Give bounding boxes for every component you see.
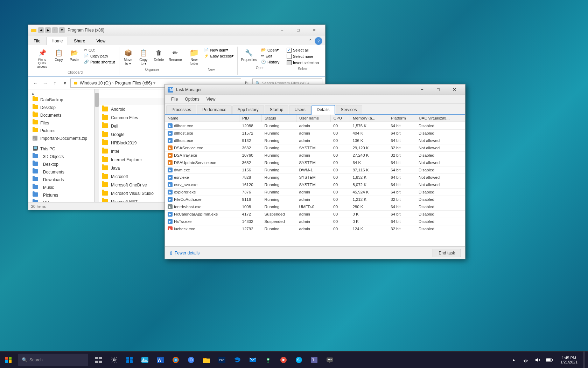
paste-button[interactable]: 📂 Paste [67, 47, 81, 62]
tray-up-arrow[interactable]: ▲ [509, 352, 519, 368]
skype-taskbar-button[interactable]: S [291, 352, 307, 368]
recent-locations-button[interactable]: ▾ [61, 79, 69, 87]
table-row[interactable]: ▶ dllhost.exe 9132 Running admin 00 136 … [165, 137, 465, 144]
maps-taskbar-button[interactable] [260, 352, 276, 368]
quick-btn-4[interactable]: ▼ [59, 27, 65, 33]
tab-users[interactable]: Users [289, 105, 310, 114]
battery-tray-icon[interactable] [544, 352, 555, 368]
chrome-taskbar-button[interactable] [183, 352, 199, 368]
copy-button[interactable]: 📋 Copy [52, 47, 66, 62]
paste-shortcut-button[interactable]: 🔗 Paste shortcut [83, 59, 116, 64]
tm-menu-file[interactable]: File [168, 96, 181, 103]
table-row[interactable]: ▶ esrv.exe 7828 Running SYSTEM 00 1,832 … [165, 174, 465, 181]
sidebar-expand-btn[interactable]: ▲ [28, 91, 94, 96]
col-cpu[interactable]: CPU [330, 115, 350, 122]
edit-button[interactable]: ✏ Edit [260, 53, 281, 59]
properties-button[interactable]: 🔧 Properties [239, 47, 258, 62]
taskbar-search[interactable]: 🔍 Search [18, 354, 88, 366]
sidebar-item-pictures2[interactable]: Pictures [28, 191, 94, 199]
terminal-taskbar-button[interactable]: PS> [214, 352, 230, 368]
feedback-taskbar-button[interactable] [322, 352, 337, 368]
table-row[interactable]: ▶ fontdrvhost.exe 1008 Running UMFD-0 00… [165, 203, 465, 211]
sidebar-item-3dobjects[interactable]: 3D Objects [28, 153, 94, 161]
tab-app-history[interactable]: App history [232, 105, 264, 114]
table-row[interactable]: ▶ dwm.exe 1156 Running DWM-1 00 87,116 K… [165, 166, 465, 174]
mail-taskbar-button[interactable] [245, 352, 260, 368]
col-username[interactable]: User name [296, 115, 331, 122]
table-row[interactable]: ▶ dllhost.exe 12088 Running admin 00 1,5… [165, 122, 465, 130]
maximize-button[interactable]: □ [290, 25, 306, 35]
help-button[interactable]: ? [315, 37, 322, 45]
settings-taskbar-button[interactable] [106, 352, 122, 368]
firefox-taskbar-button[interactable] [168, 352, 183, 368]
groove-taskbar-button[interactable] [276, 352, 291, 368]
col-pid[interactable]: PID [239, 115, 262, 122]
tm-maximize-button[interactable]: □ [430, 84, 446, 95]
tm-menu-options[interactable]: Options [181, 96, 203, 103]
tm-close-button[interactable]: ✕ [446, 84, 462, 95]
taskbar-clock[interactable]: 1:45 PM 1/21/2021 [556, 352, 582, 368]
quick-btn-2[interactable]: ▶ [45, 27, 51, 33]
quick-btn-3[interactable]: ↑ [52, 27, 58, 33]
new-item-button[interactable]: 📄 New item ▾ [203, 47, 236, 53]
end-task-button[interactable]: End task [433, 249, 461, 257]
col-uac[interactable]: UAC virtualizati... [416, 115, 465, 122]
back-button[interactable]: ← [31, 79, 40, 87]
sidebar-item-thispc[interactable]: This PC [28, 145, 94, 153]
history-button[interactable]: 🕐 History [260, 59, 281, 64]
table-row[interactable]: ▶ HxCalendarAppImm.exe 4172 Suspended ad… [165, 211, 465, 218]
col-status[interactable]: Status [262, 115, 296, 122]
tm-table-scroll[interactable]: Name PID Status User name CPU Memory (a.… [165, 115, 465, 230]
sidebar-item-music[interactable]: Music [28, 184, 94, 191]
fewer-details-button[interactable]: ⇧ Fewer details [169, 250, 200, 256]
sidebar-item-pictures[interactable]: Pictures [28, 127, 94, 135]
table-row[interactable]: ▶ FileCoAuth.exe 9116 Running admin 00 1… [165, 196, 465, 203]
select-none-button[interactable]: Select none [285, 54, 320, 59]
table-row[interactable]: ▶ jucheck.exe 12792 Running admin 00 124… [165, 225, 465, 231]
sidebar-item-documents[interactable]: Documents [28, 111, 94, 119]
table-row[interactable]: ▶ HxTsr.exe 14332 Suspended admin 00 0 K… [165, 218, 465, 225]
store-taskbar-button[interactable] [122, 352, 137, 368]
quick-btn-1[interactable]: ◀ [38, 27, 44, 33]
cut-button[interactable]: ✂ Cut [83, 47, 116, 53]
col-platform[interactable]: Platform [388, 115, 416, 122]
new-folder-button[interactable]: 📁 Newfolder [187, 47, 201, 66]
tab-details[interactable]: Details [312, 105, 335, 115]
table-row[interactable]: ▶ DSAUpdateService.exe 3652 Running SYST… [165, 159, 465, 166]
volume-tray-icon[interactable] [532, 352, 543, 368]
copy-to-button[interactable]: 📋 Copyto ▾ [136, 47, 150, 66]
task-view-button[interactable] [91, 352, 106, 368]
tm-minimize-button[interactable]: − [414, 84, 430, 95]
sidebar-item-files[interactable]: Files [28, 119, 94, 127]
table-row[interactable]: ▶ dllhost.exe 11572 Running admin 00 404… [165, 130, 465, 137]
sidebar-item-desktop[interactable]: Desktop [28, 104, 94, 111]
tab-performance[interactable]: Performance [197, 105, 232, 114]
copy-path-button[interactable]: 📄 Copy path [83, 53, 116, 59]
tab-processes[interactable]: Processes [166, 105, 196, 114]
edge-taskbar-button[interactable] [230, 352, 245, 368]
close-button[interactable]: ✕ [306, 25, 322, 35]
file-explorer-taskbar-button[interactable] [199, 352, 214, 368]
select-all-button[interactable]: ✓ Select all [285, 47, 320, 53]
sidebar-item-zip[interactable]: Z Important-Documents.zip [28, 135, 94, 142]
table-row[interactable]: ▶ DSAService.exe 3632 Running SYSTEM 00 … [165, 144, 465, 152]
start-button[interactable] [0, 352, 17, 368]
sidebar-item-documents2[interactable]: Documents [28, 168, 94, 176]
tab-home[interactable]: Home [46, 37, 68, 45]
sidebar-item-downloads[interactable]: Downloads [28, 176, 94, 184]
word-taskbar-button[interactable]: W [153, 352, 168, 368]
ribbon-collapse-btn[interactable]: ⌃ [306, 38, 315, 45]
sidebar-item-databackup[interactable]: DataBackup [28, 96, 94, 104]
pin-quick-access-button[interactable]: 📌 Pin to Quickaccess [34, 47, 50, 69]
invert-selection-button[interactable]: Invert selection [285, 60, 320, 66]
sidebar-item-videos[interactable]: Videos [28, 199, 94, 202]
table-row[interactable]: ▶ explorer.exe 7376 Running admin 00 45,… [165, 189, 465, 196]
tab-share[interactable]: Share [69, 37, 90, 45]
minimize-button[interactable]: − [274, 25, 290, 35]
col-memory[interactable]: Memory (a... [350, 115, 388, 122]
easy-access-button[interactable]: ⚡ Easy access ▾ [203, 53, 236, 59]
network-tray-icon[interactable] [520, 352, 531, 368]
photos-taskbar-button[interactable] [137, 352, 153, 368]
table-row[interactable]: ▶ esrv_svc.exe 16120 Running SYSTEM 00 8… [165, 181, 465, 189]
show-desktop-button[interactable] [583, 352, 585, 368]
